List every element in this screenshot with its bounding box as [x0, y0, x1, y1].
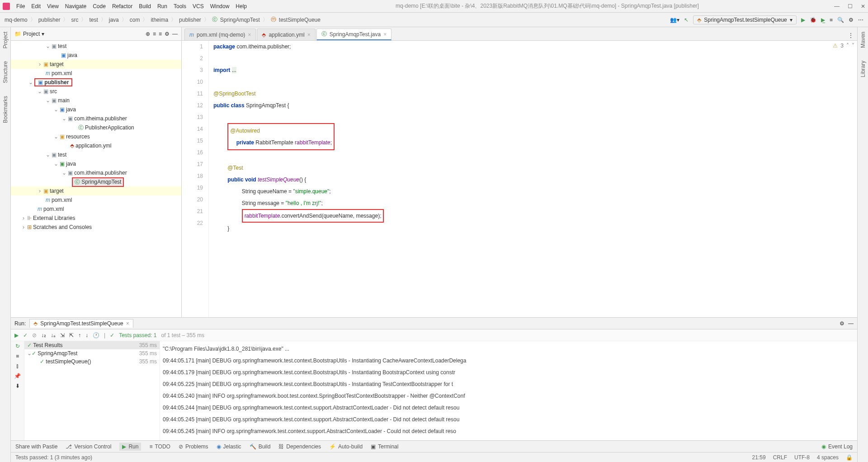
tree-item[interactable]: pom.xml	[52, 197, 72, 203]
bottom-tab-autobuild[interactable]: ⚡Auto-build	[329, 443, 363, 450]
breadcrumb-item[interactable]: testSimpleQueue	[279, 17, 321, 23]
close-icon[interactable]: ✕	[861, 3, 865, 10]
chevron-up-icon[interactable]: ˄	[846, 43, 849, 49]
collapse-icon[interactable]: ≡	[159, 31, 162, 37]
menu-navigate[interactable]: Navigate	[65, 3, 86, 10]
editor-more-icon[interactable]: ⋮	[844, 30, 857, 40]
tree-item[interactable]: External Libraries	[33, 215, 75, 221]
chevron-down-icon[interactable]: ˅	[852, 43, 854, 49]
rerun-icon[interactable]: ↻	[15, 343, 20, 349]
bottom-tab-problems[interactable]: ⊘Problems	[179, 443, 208, 450]
menu-run[interactable]: Run	[157, 3, 167, 10]
build-icon[interactable]: ↖	[684, 17, 689, 23]
close-tab-icon[interactable]: ×	[383, 31, 387, 38]
search-icon[interactable]: 🔍	[837, 17, 844, 23]
sort-icon[interactable]: ↓₂	[41, 332, 46, 338]
menu-window[interactable]: Window	[210, 3, 230, 10]
tab-structure[interactable]: Structure	[1, 59, 9, 85]
line-separator[interactable]: CRLF	[773, 454, 787, 461]
stop-button[interactable]: ■	[830, 17, 833, 23]
breadcrumb-item[interactable]: mq-demo	[5, 17, 28, 23]
breadcrumb-item[interactable]: java	[109, 17, 119, 23]
expand-icon[interactable]: ≡	[153, 31, 156, 37]
tab-library[interactable]: Library	[859, 59, 867, 79]
tree-item[interactable]: main	[58, 97, 70, 104]
warning-count[interactable]: 3	[840, 43, 844, 49]
run-config-dropdown[interactable]: ⬘ SpringAmqpTest.testSimpleQueue ▾	[693, 15, 796, 24]
menu-file[interactable]: File	[16, 3, 25, 10]
tree-item[interactable]: Scratches and Consoles	[33, 224, 92, 230]
close-tab-icon[interactable]: ×	[307, 32, 311, 38]
hide-icon[interactable]: —	[172, 31, 178, 37]
code-editor[interactable]: ⚠3 ˄ ˅ 12310111213141516171819202122 pac…	[182, 41, 857, 317]
tree-item[interactable]: com.itheima.publisher	[74, 170, 127, 176]
lock-icon[interactable]: 🔒	[846, 454, 853, 461]
breadcrumb-item[interactable]: publisher	[179, 17, 201, 23]
tree-item[interactable]: pom.xml	[43, 206, 64, 212]
tree-item[interactable]: java	[66, 161, 76, 167]
tree-item[interactable]: test	[58, 43, 66, 49]
breadcrumb-item[interactable]: test	[89, 17, 98, 23]
coverage-button[interactable]: ▶̲	[821, 17, 825, 23]
bottom-tab-run[interactable]: ▶Run	[119, 443, 141, 451]
export-icon[interactable]: ⬇	[15, 383, 20, 389]
bottom-tab-jelastic[interactable]: ◉Jelastic	[217, 443, 241, 450]
expand-icon[interactable]: ⇲	[60, 332, 65, 338]
breadcrumb-item[interactable]: src	[71, 17, 78, 23]
tree-item[interactable]: com.itheima.publisher	[74, 115, 127, 122]
minimize-icon[interactable]: —	[834, 3, 840, 10]
menu-build[interactable]: Build	[139, 3, 151, 10]
up-icon[interactable]: ↑	[78, 332, 81, 338]
test-row[interactable]: ⌄✓ SpringAmqpTest355 ms	[24, 349, 160, 357]
editor-tab[interactable]: ⬘application.yml×	[257, 29, 315, 40]
menu-view[interactable]: View	[47, 3, 59, 10]
down-icon[interactable]: ↓	[85, 332, 88, 338]
file-encoding[interactable]: UTF-8	[794, 454, 810, 461]
stop-icon[interactable]: ■	[16, 353, 19, 359]
collapse-icon[interactable]: ⇱	[69, 332, 74, 338]
menu-code[interactable]: Code	[93, 3, 106, 10]
settings-icon[interactable]: ⚙	[849, 17, 854, 23]
menu-vcs[interactable]: VCS	[193, 3, 204, 10]
tree-item[interactable]: resources	[66, 133, 90, 140]
tree-item[interactable]: test	[58, 152, 66, 158]
run-button[interactable]: ▶	[801, 17, 805, 23]
code-content[interactable]: package com.itheima.publisher; import ..…	[209, 41, 857, 317]
rerun-icon[interactable]: ▶	[14, 332, 19, 338]
bottom-tab-eventlog[interactable]: ◉Event Log	[821, 443, 853, 450]
menu-edit[interactable]: Edit	[31, 3, 41, 10]
bottom-tab-deps[interactable]: ⛓Dependencies	[278, 443, 321, 450]
bottom-tab-terminal[interactable]: ▣Terminal	[371, 443, 398, 450]
run-tab[interactable]: ⬘SpringAmqpTest.testSimpleQueue×	[29, 319, 133, 328]
menu-help[interactable]: Help	[236, 3, 247, 10]
close-tab-icon[interactable]: ×	[248, 32, 251, 38]
bottom-tab-pastie[interactable]: Share with Pastie	[15, 443, 57, 450]
bottom-tab-vcs[interactable]: ⎇Version Control	[66, 443, 111, 450]
layout-icon[interactable]: ⫿	[16, 363, 19, 369]
users-icon[interactable]: 👥▾	[670, 17, 679, 23]
tree-item-springamqptest[interactable]: SpringAmqpTest	[81, 179, 121, 185]
bottom-tab-todo[interactable]: ≡TODO	[149, 443, 170, 450]
tree-item[interactable]: java	[67, 52, 77, 58]
tree-item[interactable]: pom.xml	[52, 70, 72, 76]
caret-position[interactable]: 21:59	[752, 454, 766, 461]
indent-setting[interactable]: 4 spaces	[817, 454, 839, 461]
history-icon[interactable]: 🕐	[93, 332, 99, 338]
editor-tab[interactable]: mpom.xml (mq-demo)×	[184, 29, 256, 40]
settings-icon[interactable]: ⚙	[165, 31, 170, 37]
tab-bookmarks[interactable]: Bookmarks	[1, 94, 9, 125]
tree-item-publisher[interactable]: publisher	[44, 79, 69, 86]
locate-icon[interactable]: ⊕	[146, 31, 150, 37]
tab-project[interactable]: Project	[1, 30, 9, 50]
breadcrumb-item[interactable]: itheima	[151, 17, 168, 23]
editor-tab-active[interactable]: ⓒSpringAmqpTest.java×	[316, 29, 392, 40]
settings-icon[interactable]: ⚙	[840, 320, 844, 327]
console-output[interactable]: "C:\Program Files\Java\jdk1.8.0_281\bin\…	[160, 341, 857, 440]
tree-item[interactable]: target	[50, 188, 64, 194]
tab-maven[interactable]: Maven	[859, 30, 867, 50]
tree-item[interactable]: java	[66, 106, 76, 113]
tree-item[interactable]: target	[50, 61, 64, 67]
more-icon[interactable]: ⋯	[858, 17, 863, 23]
test-row[interactable]: ✓ testSimpleQueue()355 ms	[24, 357, 160, 366]
breadcrumb-item[interactable]: com	[130, 17, 140, 23]
